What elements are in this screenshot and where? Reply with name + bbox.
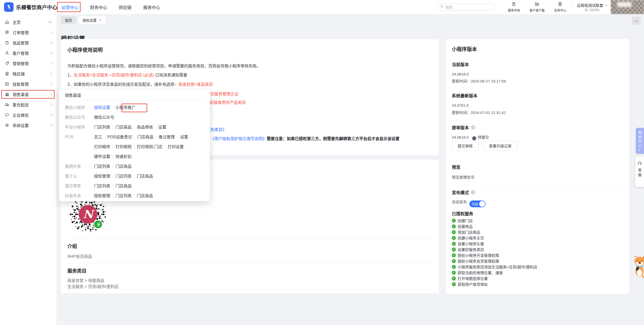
popup-link-微信公众号[interactable]: 微信公众号: [94, 112, 114, 122]
popup-link-打印规则[interactable]: 打印规则: [115, 142, 132, 152]
check-icon: ✓: [452, 224, 456, 228]
latest-version-label: 系统最新版本: [452, 92, 477, 99]
popup-link-打印设置[interactable]: 打印设置: [168, 142, 184, 152]
delivery-icon: [5, 102, 10, 107]
sidebar-item-home[interactable]: 主页: [0, 17, 56, 27]
auto-publish-row: 自动发布开启: [452, 199, 486, 207]
tab-0[interactable]: 首页: [61, 16, 76, 24]
review-version-label: 提审版本 ?: [452, 124, 475, 131]
chevron-right-icon: [50, 93, 52, 95]
popup-link-商品审核[interactable]: 商品审核: [137, 122, 153, 132]
mascot-fox[interactable]: [633, 255, 644, 280]
account-switcher[interactable]: 远程组测试账套 ID: 118753: [577, 3, 607, 12]
popup-link-POS设备登记[interactable]: POS设备登记: [107, 132, 132, 142]
popup-link-小程序推广[interactable]: 小程序推广: [115, 103, 136, 112]
separator: [113, 165, 113, 169]
preview-wechat-link[interactable]: 预览者微信号: [452, 174, 474, 180]
popup-link-授权设置[interactable]: 授权设置: [94, 103, 110, 112]
separator: [113, 106, 113, 110]
sidebar-item-orders[interactable]: 订单管理: [0, 27, 56, 37]
auto-publish-toggle[interactable]: 开启: [469, 200, 486, 207]
popup-link-打印规则-门店[interactable]: 打印规则-门店: [137, 142, 162, 152]
popup-link-门店列表[interactable]: 门店列表: [115, 191, 132, 201]
sidebar-collapse-icon[interactable]: [48, 20, 52, 24]
check-icon: ✓: [452, 276, 456, 280]
check-icon: ✓: [452, 259, 456, 263]
popup-link-门店商品[interactable]: 门店商品: [115, 181, 132, 191]
sidebar-item-settings[interactable]: 系统设置: [0, 120, 56, 130]
nav-item-3[interactable]: 报表中心: [143, 3, 161, 11]
popup-link-设置[interactable]: 设置: [158, 122, 166, 132]
chevron-right-icon: [50, 104, 52, 106]
popup-row-label: 饿了么: [59, 171, 94, 181]
customers-icon: [5, 51, 10, 56]
quick-action-service-market[interactable]: 服务市场: [504, 2, 524, 12]
popup-link-硬件设置[interactable]: 硬件设置: [94, 152, 110, 161]
sidebar-item-customers[interactable]: 客户管理: [0, 48, 56, 58]
app-logo-icon: [4, 2, 14, 12]
sidebar-item-credit[interactable]: 挂账管理: [0, 79, 56, 89]
check-icon: ✓: [452, 230, 456, 234]
popup-link-门店列表[interactable]: 门店列表: [94, 161, 110, 171]
submit-review-button[interactable]: 提交审核: [452, 141, 478, 150]
tab-1[interactable]: 授权设置×: [78, 16, 105, 24]
nav-item-2[interactable]: 供应链: [118, 3, 132, 11]
popup-link-门店商品[interactable]: 门店商品: [115, 122, 132, 132]
popup-link-门店列表[interactable]: 门店列表: [115, 171, 132, 181]
popup-row-label: 平台小程序: [59, 122, 94, 132]
header-right: 搜索 服务市场客户端下载任务中心 远程组测试账套 ID: 118753: [437, 2, 607, 12]
avatar[interactable]: [611, 0, 644, 14]
popup-row-label: 抖音外卖: [59, 191, 94, 201]
sidebar-item-wecom[interactable]: 企业微信: [0, 110, 56, 120]
popup-link-门店列表[interactable]: 门店列表: [94, 122, 110, 132]
popup-link-门店商品[interactable]: 门店商品: [137, 191, 153, 201]
popup-link-门店商品[interactable]: 门店商品: [137, 132, 153, 142]
help-center-tab[interactable]: 帮助中心: [636, 128, 644, 154]
popup-link-门店列表[interactable]: 门店列表: [94, 181, 110, 191]
sidebar-item-channels[interactable]: 销售渠道: [0, 89, 56, 99]
popup-link-授权管理[interactable]: 授权管理: [94, 171, 110, 181]
privacy-guide-link[interactable]: 《用户隐私保护指引填写说明》: [210, 137, 267, 141]
chevron-down-icon: [605, 3, 608, 6]
help-question-icon[interactable]: ?: [471, 190, 475, 194]
popup-link-门店商品[interactable]: 门店商品: [137, 171, 153, 181]
global-search-input[interactable]: 搜索: [437, 4, 495, 11]
chevron-right-icon: [50, 73, 52, 75]
separator: [155, 125, 156, 129]
screen: 乐檬餐饮商户中心 运营中心财务中心供应链报表中心 搜索 服务市场客户端下载任务中…: [0, 0, 644, 325]
usage-fragment-3: 餐饮服务管理企业: [206, 91, 238, 97]
current-version-value: 24.0618.0: [452, 72, 469, 76]
authorized-service-item: ✓添加门店商品: [452, 229, 537, 235]
popup-link-员工[interactable]: 员工: [94, 132, 102, 142]
sidebar-item-delivery[interactable]: 聚合配送: [0, 99, 56, 110]
tabs-collapse-button[interactable]: [632, 17, 641, 25]
authorized-service-item: ✓授权小程序开发管理权限: [452, 252, 537, 258]
nav-item-0[interactable]: 运营中心: [61, 3, 79, 11]
chevron-down-icon: [635, 19, 638, 22]
header-divider: [573, 3, 573, 11]
check-icon: ✓: [452, 282, 456, 286]
popup-link-快速折扣[interactable]: 快速折扣: [115, 152, 132, 161]
main-nav: 运营中心财务中心供应链报表中心: [61, 3, 161, 11]
chevron-left-icon: [639, 149, 641, 151]
quick-action-client-download[interactable]: 客户端下载: [527, 2, 547, 12]
nav-item-1[interactable]: 财务中心: [90, 3, 108, 11]
popup-link-授权管理[interactable]: 授权管理: [94, 191, 110, 201]
usage-fragment-6: 《用户隐私保护指引填写说明》需要注意：如果已授权第三方，则需要先解绑第三方平台后…: [210, 135, 399, 141]
upgrade-history-button[interactable]: 查看升级记录: [483, 141, 517, 150]
chevron-right-icon: [50, 62, 52, 64]
close-icon[interactable]: ×: [99, 18, 101, 22]
popup-link-设置[interactable]: 设置: [180, 132, 188, 142]
popup-link-备注管理[interactable]: 备注管理: [159, 132, 175, 142]
sidebar-item-products[interactable]: 商品管理: [0, 37, 56, 48]
sidebar-item-marketing[interactable]: 营销管理: [0, 58, 56, 68]
customer-service-widget[interactable]: 客服: [635, 157, 644, 187]
popup-link-门店商品[interactable]: 门店商品: [115, 161, 132, 171]
sidebar-item-microshop[interactable]: 微店铺: [0, 68, 56, 79]
popup-row-4: 美团外卖门店列表门店商品: [59, 161, 210, 171]
popup-link-打印顺序[interactable]: 打印顺序: [94, 142, 110, 152]
help-question-icon[interactable]: ?: [471, 125, 475, 130]
quick-action-task-center[interactable]: 任务中心: [550, 2, 571, 12]
popup-row-5: 饿了么授权管理门店列表门店商品: [59, 171, 210, 181]
divider: [67, 263, 432, 263]
